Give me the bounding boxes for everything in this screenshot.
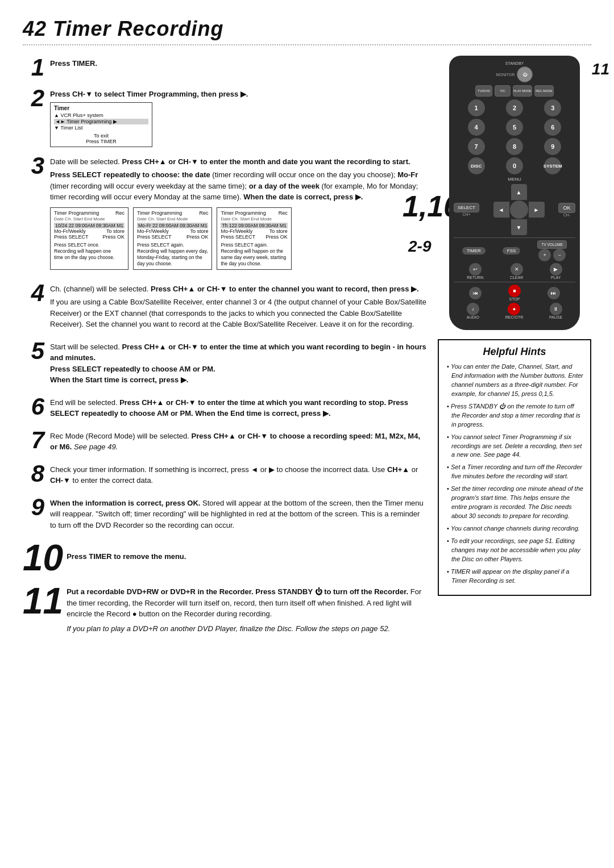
step4-para2: If you are using a Cable Box/Satellite R…	[50, 297, 426, 330]
dpad-left[interactable]: ◄	[493, 202, 509, 218]
tc-button[interactable]: T/C	[495, 85, 511, 97]
ch-minus-label: CH-	[563, 213, 570, 217]
fss-button[interactable]: FSS	[503, 247, 521, 254]
step-number-8: 8	[23, 462, 44, 486]
timer-button[interactable]: TIMER	[462, 247, 486, 254]
num-8[interactable]: 8	[506, 138, 523, 155]
audio-label: AUDIO	[467, 315, 479, 319]
play-button[interactable]: ▶	[550, 263, 562, 276]
step-content-9: When the information is correct, press O…	[50, 495, 426, 533]
play-mode-button[interactable]: PLAY MODE	[513, 85, 532, 97]
pause-button[interactable]: ⏸	[550, 303, 562, 315]
dpad-down[interactable]: ▼	[511, 219, 527, 235]
menu-item-2: ◄► Timer Programming ▶	[54, 119, 148, 124]
record-group: ● REC/OTR	[505, 303, 524, 319]
num-7[interactable]: 7	[468, 138, 485, 155]
steps-column: 1 Press TIMER. 2 Press CH-▼ to select Ti…	[23, 56, 426, 643]
step8-text: Check your timer information. If somethi…	[50, 464, 426, 486]
remote-label-11: 11	[592, 60, 609, 78]
step-10: 10 Press TIMER to remove the menu.	[23, 540, 426, 576]
return-button[interactable]: ↩	[469, 263, 482, 276]
num-1[interactable]: 1	[468, 99, 485, 116]
dpad-row: SELECT CH+ ▲ ▼ ◄ ► OK	[454, 184, 575, 235]
step-2: 2 Press CH-▼ to select Timer Programming…	[23, 86, 426, 147]
num-4[interactable]: 4	[468, 119, 485, 136]
timer-table-1-header: Timer Programming Rec	[54, 210, 125, 216]
menu-item-1: ▲ VCR Plus+ system	[54, 112, 148, 118]
timer-table-2: Timer Programming Rec Date Ch. Start End…	[133, 207, 212, 270]
ch-plus-label: CH+	[462, 212, 470, 216]
dpad-right[interactable]: ►	[529, 202, 545, 218]
menu-label: MENU	[454, 177, 575, 182]
section-divider	[23, 44, 591, 45]
audio-button[interactable]: ♪	[467, 303, 479, 315]
record-button[interactable]: ●	[508, 303, 520, 315]
step-5: 5 Start will be selected. Press CH+▲ or …	[23, 339, 426, 388]
rec-mode-group: REC.MODE	[534, 85, 554, 97]
transport-row: ⏮ ■ STOP ⏭	[456, 285, 573, 301]
play-label: PLAY	[551, 276, 561, 279]
num-9[interactable]: 9	[544, 138, 561, 155]
step-3: 3 Date will be selected. Press CH+▲ or C…	[23, 154, 426, 274]
num-2[interactable]: 2	[506, 99, 523, 116]
stop-label: STOP	[509, 297, 520, 301]
timer-table-3: Timer Programming Rec Date Ch. Start End…	[217, 207, 291, 270]
vol-buttons: + −	[538, 249, 566, 261]
hint-4: Set a Timer recording and turn off the R…	[446, 463, 583, 481]
step6-text: End will be selected. Press CH+▲ or CH-▼…	[50, 397, 426, 419]
system-button[interactable]: SYSTEM	[544, 157, 561, 174]
timer-caption-3: Press SELECT again.Recording will happen…	[221, 242, 287, 267]
power-button[interactable]: ⏻	[517, 66, 533, 82]
timer-caption-1: Press SELECT once.Recording will happen …	[54, 242, 125, 261]
number-grid: 1 2 3 4 5 6 7 8 9 DISC 0 SYSTEM	[458, 99, 571, 174]
num-6[interactable]: 6	[544, 119, 561, 136]
mode-buttons-row: TV/DVD T/C PLAY MODE REC.MODE	[454, 85, 575, 97]
step-8: 8 Check your timer information. If somet…	[23, 462, 426, 489]
select-button[interactable]: SELECT	[454, 203, 479, 212]
rec-mode-button[interactable]: REC.MODE	[534, 85, 554, 97]
step-number-11: 11	[23, 583, 63, 619]
hint-7: To edit your recordings, see page 51. Ed…	[446, 537, 583, 564]
step9-text: When the information is correct, press O…	[50, 498, 426, 531]
pause-group: ⏸ PAUSE	[549, 303, 562, 319]
step-number-9: 9	[23, 495, 44, 519]
select-group: SELECT CH+	[454, 203, 479, 216]
return-label: RETURN	[467, 276, 483, 279]
step11-italic: If you plan to play a DVD+R on another D…	[67, 623, 426, 635]
vol-minus[interactable]: −	[553, 249, 566, 261]
step-number-7: 7	[23, 428, 44, 452]
helpful-hints-box: Helpful Hints You can enter the Date, Ch…	[438, 339, 591, 596]
step-content-6: End will be selected. Press CH+▲ or CH-▼…	[50, 395, 426, 422]
ok-button[interactable]: OK	[558, 203, 575, 213]
next-button[interactable]: ⏭	[547, 287, 560, 299]
clear-button[interactable]: ✕	[511, 263, 523, 276]
clear-label: CLEAR	[510, 276, 523, 279]
step-content-4: Ch. (channel) will be selected. Press CH…	[50, 281, 426, 332]
num-3[interactable]: 3	[544, 99, 561, 116]
menu-title: Timer	[54, 105, 148, 111]
prev-button[interactable]: ⏮	[469, 287, 482, 299]
step-number-2: 2	[23, 86, 44, 110]
step-content-8: Check your timer information. If somethi…	[50, 462, 426, 489]
remote-top-row: MONITOR ⏻	[454, 66, 575, 82]
vol-plus[interactable]: +	[538, 249, 551, 261]
main-layout: 1 Press TIMER. 2 Press CH-▼ to select Ti…	[23, 56, 591, 643]
standby-label: STANDBY	[454, 61, 575, 65]
step3-para1: Date will be selected. Press CH+▲ or CH-…	[50, 156, 426, 168]
hint-3: You cannot select Timer Programming if s…	[446, 433, 583, 460]
step-number-10: 10	[23, 540, 63, 576]
timer-row-1: 10/24 22 09:00AM 09:30AM M1	[54, 223, 125, 228]
disc-button[interactable]: DISC	[468, 157, 485, 174]
num-5[interactable]: 5	[506, 119, 523, 136]
tv-dvd-button[interactable]: TV/DVD	[475, 85, 492, 97]
timer-row-3: Th 122 09:00AM 09:30AM M1	[221, 223, 287, 228]
step-number-1: 1	[23, 56, 44, 80]
remote-wrapper: 11 2-9 1,10 STANDBY MONITOR ⏻ TV/DVD	[438, 56, 591, 330]
next-group: ⏭	[547, 287, 560, 299]
ok-group: OK CH-	[558, 203, 575, 217]
timer-group: TIMER	[462, 247, 486, 254]
stop-button[interactable]: ■	[508, 285, 521, 297]
dpad-up[interactable]: ▲	[511, 184, 527, 200]
num-0[interactable]: 0	[506, 157, 523, 174]
step-content-5: Start will be selected. Press CH+▲ or CH…	[50, 339, 426, 388]
